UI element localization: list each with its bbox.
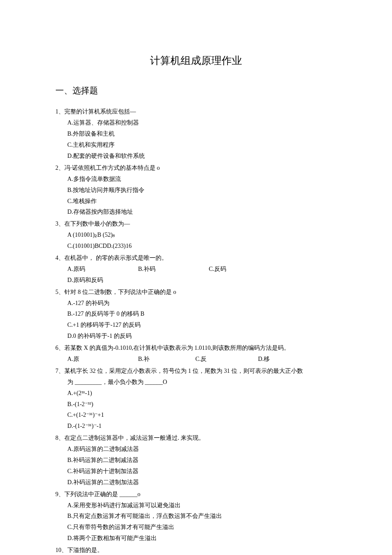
q10-stem: 10、下溢指的是。 [55, 545, 337, 555]
question-8: 8、在定点二进制运算器中，减法运算一般通过. 来实现。 A.原码运算的二进制减法… [55, 433, 337, 488]
q6-stem: 6、若某数 X 的真值为-0.1010,在计算机中该数表示为 1.0110,则该… [55, 343, 337, 354]
q1-stem: 1、完整的计算机系统应包括— [55, 106, 337, 117]
q5-option-c: C.+1 的移码等于-127 的反码 [67, 320, 202, 331]
q7-option-c: C.+(1-2⁻³¹)⁻+1 [67, 410, 202, 421]
q4-option-d: D.原码和反码 [67, 275, 135, 286]
q2-option-a: A.多指令流单数据流 [67, 174, 170, 185]
q8-option-a: A.原码运算的二进制减法器 [67, 444, 188, 455]
q1-option-d: D.配套的硬件设备和软件系统 [67, 151, 202, 162]
question-7: 7、某机字长 32 位，采用定点小数表示，符号位为 1 位，尾数为 31 位，则… [55, 366, 337, 432]
question-9: 9、下列说法中正确的是 ______o A.采用变形补码进行加减运算可以避免溢出… [55, 489, 337, 544]
q2-option-d: D.存储器按内部选择地址 [67, 206, 229, 218]
q5-option-a: A.-127 的补码为 [67, 298, 161, 309]
q3-stem: 3、在下列数中最小的数为— [55, 218, 337, 230]
q9-option-b: B.只有定点数运算才有可能溢出，浮点数运算不会产生溢出 [67, 511, 333, 522]
q8-stem: 8、在定点二进制运算器中，减法运算一般通过. 来实现。 [55, 433, 337, 444]
q1-option-c: C.主机和实用程序 [67, 139, 202, 151]
section-heading: 一、选择题 [55, 83, 337, 99]
q7-option-b: B.-(1-2⁻³²) [67, 399, 202, 410]
page-title: 计算机组成原理作业 [55, 51, 337, 70]
q8-option-d: D.补码运算的二进制加法器 [67, 477, 202, 488]
q2-option-b: B.按地址访问并顺序执行指令 [67, 185, 229, 196]
q5-option-d: D.0 的补码等于-1 的反码 [67, 331, 196, 342]
q4-option-b: B.补码 [138, 264, 205, 275]
q7-stem: 7、某机字长 32 位，采用定点小数表示，符号位为 1 位，尾数为 31 位，则… [55, 366, 337, 377]
q9-stem: 9、下列说法中正确的是 ______o [55, 489, 337, 500]
q3-option-cd: C.(101001)BCDD.(233)16 [67, 241, 202, 252]
q9-option-d: D.将两个正数相加有可能产生溢出 [67, 533, 333, 544]
q6-option-b: B.补 [138, 354, 192, 365]
q4-option-c: C.反码 [209, 264, 276, 275]
q9-option-c: C.只有带符号数的运算才有可能产生溢出 [67, 522, 333, 533]
question-6: 6、若某数 X 的真值为-0.1010,在计算机中该数表示为 1.0110,则该… [55, 343, 337, 365]
q1-option-a: A.运算器、存储器和控制器 [67, 117, 202, 128]
question-2: 2、冯·诺依照机工作方式的基本特点是 o A.多指令流单数据流 B.按地址访问并… [55, 163, 337, 218]
question-3: 3、在下列数中最小的数为— A (101001)₂B (52)₈ C.(1010… [55, 218, 337, 252]
q6-option-a: A.原 [67, 354, 135, 365]
question-1: 1、完整的计算机系统应包括— A.运算器、存储器和控制器 B.外部设备和主机 C… [55, 106, 337, 161]
q4-option-a: A.原码 [67, 264, 135, 275]
q7-stem-cont: 为 _________，最小负小数为 ______O [55, 377, 337, 388]
question-4: 4、在机器中， 的零的表示形式是唯一的。 A.原码 B.补码 C.反码 D.原码… [55, 253, 337, 286]
q1-option-b: B.外部设备和主机 [67, 128, 202, 139]
q7-option-d: D.-(1-2⁻³¹)⁻-1 [67, 421, 202, 432]
q5-option-b: B.-127 的反码等于 0 的移码 B [67, 308, 237, 320]
q8-option-b: B.补码运算的二进制减法器 [67, 455, 210, 466]
question-10: 10、下溢指的是。 A.运算结果的绝对值小于机器所能表示的最小绝对值 B.运算的… [55, 545, 337, 555]
q7-option-a: A.+(2³¹-1) [67, 388, 202, 399]
q2-option-c: C.堆栈操作 [67, 196, 170, 207]
q2-stem: 2、冯·诺依照机工作方式的基本特点是 o [55, 163, 337, 174]
q8-option-c: C.补码运算的十进制加法器 [67, 466, 196, 477]
q5-stem: 5、针对 8 位二进制数，下列说法中正确的是 o [55, 287, 337, 298]
q3-option-ab: A (101001)₂B (52)₈ [67, 230, 202, 241]
q6-option-d: D.移 [258, 354, 311, 365]
question-5: 5、针对 8 位二进制数，下列说法中正确的是 o A.-127 的补码为 B.-… [55, 287, 337, 342]
q4-stem: 4、在机器中， 的零的表示形式是唯一的。 [55, 253, 337, 264]
q6-option-c: C.反 [195, 354, 254, 365]
q9-option-a: A.采用变形补码进行加减运算可以避免溢出 [67, 500, 333, 511]
